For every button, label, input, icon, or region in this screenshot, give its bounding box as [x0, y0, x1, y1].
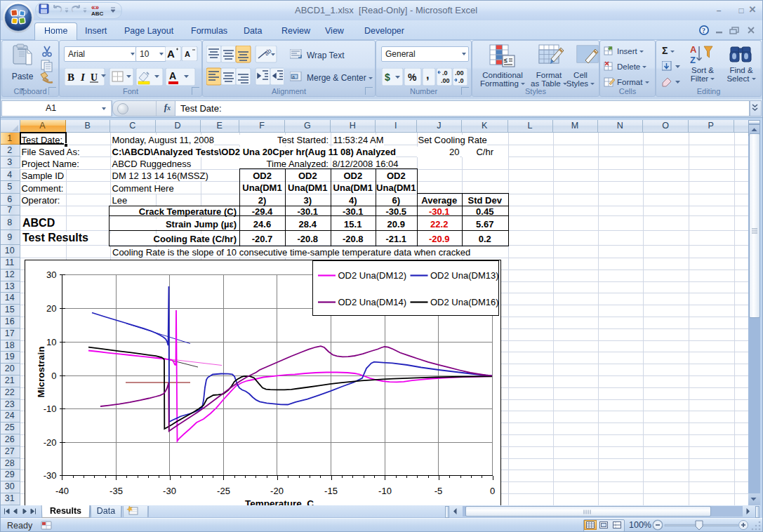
svg-text:0: 0	[490, 486, 495, 496]
svg-text:I: I	[80, 72, 86, 83]
svg-text:-10: -10	[378, 486, 392, 496]
svg-text:.0: .0	[442, 69, 448, 77]
svg-text:B: B	[67, 72, 74, 83]
svg-text:-35: -35	[110, 486, 123, 496]
svg-text:-20: -20	[44, 437, 57, 448]
svg-text:ABC: ABC	[91, 11, 104, 17]
svg-text:≤: ≤	[504, 57, 507, 64]
svg-text:?: ?	[702, 27, 705, 34]
svg-text:10: 10	[46, 337, 56, 347]
svg-text:-10: -10	[44, 404, 57, 414]
svg-text:Z: Z	[690, 55, 696, 65]
svg-text:-30: -30	[163, 486, 176, 496]
svg-text:-30: -30	[44, 470, 57, 481]
svg-text:OD2 Una(DM16): OD2 Una(DM16)	[430, 297, 499, 307]
svg-text:U: U	[91, 72, 98, 83]
svg-text:A: A	[167, 48, 175, 60]
svg-text:-20: -20	[270, 486, 284, 496]
svg-text:.0: .0	[458, 77, 464, 84]
svg-text:A: A	[169, 70, 176, 81]
svg-text:.00: .00	[455, 69, 464, 77]
svg-text:%: %	[408, 72, 417, 83]
svg-text:-25: -25	[217, 486, 230, 496]
svg-text:-5: -5	[434, 486, 443, 496]
svg-text:OD2 Una(DM13): OD2 Una(DM13)	[430, 270, 499, 281]
svg-text:.00: .00	[441, 77, 450, 84]
svg-text:0: 0	[51, 371, 56, 381]
svg-text:a: a	[292, 74, 295, 79]
svg-text:A: A	[690, 44, 697, 55]
svg-text:A: A	[185, 50, 190, 58]
svg-text:$: $	[385, 72, 390, 83]
svg-text:20: 20	[46, 303, 56, 314]
svg-text:OD2 Una(DM14): OD2 Una(DM14)	[338, 297, 407, 307]
svg-text:-40: -40	[55, 486, 69, 496]
svg-text:,: ,	[426, 69, 429, 81]
svg-text:-15: -15	[324, 486, 338, 496]
svg-text:30: 30	[46, 270, 56, 280]
svg-text:Temperature, C: Temperature, C	[245, 498, 314, 506]
svg-text:Microstrain: Microstrain	[36, 347, 46, 398]
svg-text:OD2 Una(DM12): OD2 Una(DM12)	[338, 270, 407, 281]
